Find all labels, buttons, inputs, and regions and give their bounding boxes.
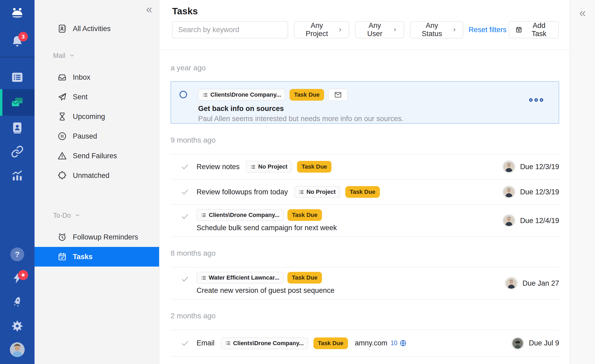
complete-check-button[interactable] bbox=[181, 212, 189, 221]
rail-contacts-button[interactable] bbox=[0, 116, 35, 140]
app-root: 3 bbox=[0, 0, 595, 364]
rail-campaigns-button[interactable] bbox=[0, 89, 35, 116]
complete-check-button[interactable] bbox=[181, 162, 189, 171]
calendar-check-icon bbox=[57, 252, 67, 262]
envelope-icon bbox=[334, 92, 342, 98]
group-heading: 8 months ago bbox=[171, 237, 559, 258]
task-title: Email bbox=[197, 339, 215, 347]
sidebar-mail-items: Inbox Sent Upcoming Pause bbox=[35, 67, 159, 185]
sidebar-item-all-activities[interactable]: All Activities bbox=[35, 18, 159, 39]
puzzle-icon bbox=[57, 171, 67, 180]
task-description: Create new version of guest post sequenc… bbox=[197, 286, 334, 295]
task-row[interactable]: Email Clients\Drone Company... Task Due … bbox=[171, 330, 559, 357]
task-description: Paul Allen seems interested but needs mo… bbox=[198, 115, 403, 123]
task-row[interactable]: Review notes No Project Task Due Due 12/… bbox=[171, 154, 559, 179]
warning-triangle-icon bbox=[57, 151, 67, 161]
email-button[interactable] bbox=[328, 89, 347, 101]
sidebar-item-label: Unmatched bbox=[73, 172, 109, 180]
project-chip[interactable]: Clients\Drone Company... bbox=[197, 209, 284, 221]
assignee-avatar bbox=[503, 214, 515, 227]
complete-check-button[interactable] bbox=[181, 275, 189, 283]
section-label: To-Do bbox=[53, 212, 71, 219]
task-card-body: Clients\Drone Company... Task Due Get ba… bbox=[198, 89, 403, 123]
add-task-button[interactable]: Add Task bbox=[509, 21, 559, 38]
task-title: Get back info on sources bbox=[198, 105, 403, 113]
inbox-icon bbox=[57, 72, 67, 82]
project-list-icon bbox=[202, 92, 208, 98]
complete-check-button[interactable] bbox=[181, 339, 189, 348]
website-link[interactable] bbox=[400, 340, 407, 347]
project-chip-label: No Project bbox=[307, 189, 336, 195]
task-group-rows: Email Clients\Drone Company... Task Due … bbox=[171, 330, 559, 357]
filter-status-button[interactable]: Any Status bbox=[410, 21, 464, 38]
project-chip[interactable]: No Project bbox=[246, 161, 292, 173]
rail-help-button[interactable]: ? bbox=[0, 242, 35, 266]
complete-check-button[interactable] bbox=[181, 188, 189, 196]
filter-project-button[interactable]: Any Project bbox=[294, 21, 349, 38]
task-title: Review notes bbox=[197, 163, 240, 171]
project-list-icon bbox=[201, 212, 206, 218]
sidebar-item-sent[interactable]: Sent bbox=[35, 87, 159, 107]
rail-campaign-list-button[interactable] bbox=[0, 65, 35, 89]
user-avatar[interactable] bbox=[10, 342, 25, 357]
sidebar-item-unmatched[interactable]: Unmatched bbox=[35, 166, 159, 185]
sidebar-item-tasks[interactable]: Tasks bbox=[35, 247, 159, 267]
sidebar-item-label: Inbox bbox=[73, 73, 90, 82]
status-badge: Task Due bbox=[345, 186, 380, 198]
project-chip[interactable]: No Project bbox=[294, 186, 340, 198]
sidebar-item-upcoming[interactable]: Upcoming bbox=[35, 107, 159, 126]
task-row[interactable]: Water Efficient Lawncar... Task Due Crea… bbox=[171, 267, 559, 299]
reset-filters-link[interactable]: Reset filters bbox=[469, 26, 507, 34]
task-row[interactable]: Review followups from today No Project T… bbox=[171, 179, 559, 205]
search-input[interactable] bbox=[172, 21, 288, 38]
due-date: Due Jul 9 bbox=[529, 339, 559, 347]
project-chip[interactable]: Clients\Drone Company... bbox=[221, 337, 308, 349]
rail-integrations-button[interactable] bbox=[0, 140, 35, 164]
sidebar-collapse-button[interactable]: « bbox=[146, 4, 152, 15]
sidebar-item-inbox[interactable]: Inbox bbox=[35, 67, 159, 87]
task-card[interactable]: Clients\Drone Company... Task Due Get ba… bbox=[171, 81, 559, 124]
filter-user-button[interactable]: Any User bbox=[355, 21, 404, 38]
right-panel-strip: « bbox=[570, 0, 595, 364]
notifications-button[interactable]: 3 bbox=[9, 33, 26, 50]
group-heading: 9 months ago bbox=[171, 124, 559, 144]
task-row-content: Clients\Drone Company... Task Due Schedu… bbox=[197, 209, 337, 232]
task-description: Schedule bulk send campaign for next wee… bbox=[197, 224, 337, 232]
task-title: Review followups from today bbox=[197, 188, 288, 196]
list-icon bbox=[10, 70, 24, 84]
sidebar-item-label: Followup Reminders bbox=[73, 233, 138, 241]
sidebar-section-mail[interactable]: Mail bbox=[35, 50, 159, 61]
due-date: Due Jan 27 bbox=[522, 279, 559, 288]
project-chip-label: Clients\Drone Company... bbox=[209, 212, 279, 219]
sidebar-item-followup-reminders[interactable]: Followup Reminders bbox=[35, 227, 159, 247]
panel-collapse-button[interactable]: « bbox=[570, 7, 595, 19]
mailshake-logo[interactable] bbox=[8, 6, 27, 25]
project-list-icon bbox=[201, 275, 206, 281]
project-chip[interactable]: Water Efficient Lawncar... bbox=[197, 272, 284, 284]
assignee-due: Due 12/3/19 bbox=[503, 186, 559, 198]
rail-settings-button[interactable] bbox=[0, 314, 35, 338]
sidebar-item-label: Sent bbox=[73, 93, 88, 101]
project-chip[interactable]: Clients\Drone Company... bbox=[198, 89, 285, 101]
sidebar-section-todo[interactable]: To-Do bbox=[35, 210, 159, 221]
rail-reports-button[interactable] bbox=[0, 164, 35, 187]
sidebar-item-label: Tasks bbox=[73, 253, 93, 261]
main-header: Tasks Any Project Any User Any Status Re… bbox=[159, 0, 570, 50]
filter-label: Any Status bbox=[417, 22, 447, 38]
assignee-avatar bbox=[503, 186, 515, 198]
task-radio[interactable] bbox=[180, 91, 187, 98]
task-row[interactable]: Clients\Drone Company... Task Due Schedu… bbox=[171, 205, 559, 237]
rail-whats-new-button[interactable]: ★ bbox=[0, 266, 35, 290]
link-count[interactable]: 10 bbox=[390, 340, 397, 347]
sidebar-item-send-failures[interactable]: Send Failures bbox=[35, 146, 159, 166]
main-panel: Tasks Any Project Any User Any Status Re… bbox=[159, 0, 570, 364]
project-list-icon bbox=[225, 340, 231, 346]
chevron-down-icon bbox=[75, 212, 80, 218]
more-options-button[interactable] bbox=[529, 98, 543, 102]
add-task-label: Add Task bbox=[526, 22, 552, 38]
rail-divider bbox=[0, 57, 35, 57]
assignee-due: Due Jul 9 bbox=[511, 337, 559, 350]
sidebar-item-paused[interactable]: Paused bbox=[35, 126, 159, 146]
rail-onboarding-button[interactable] bbox=[0, 290, 35, 314]
paper-plane-icon bbox=[57, 92, 67, 102]
